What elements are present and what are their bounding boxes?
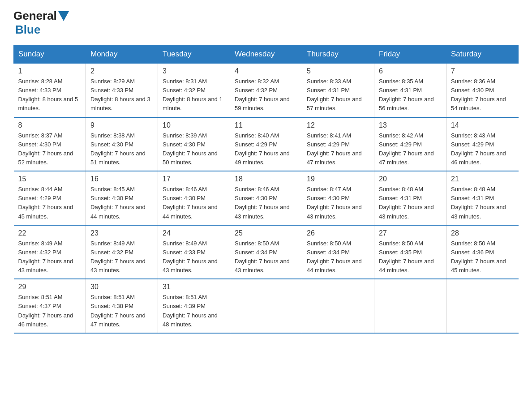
calendar-cell: 3 Sunrise: 8:31 AM Sunset: 4:32 PM Dayli… (158, 64, 230, 117)
day-number: 17 (163, 175, 225, 183)
day-number: 30 (90, 283, 153, 291)
day-info: Sunrise: 8:33 AM Sunset: 4:31 PM Dayligh… (307, 77, 369, 113)
day-number: 20 (379, 175, 442, 183)
logo-triangle-icon (58, 11, 69, 21)
calendar-cell: 1 Sunrise: 8:28 AM Sunset: 4:33 PM Dayli… (14, 64, 86, 117)
calendar-cell: 23 Sunrise: 8:49 AM Sunset: 4:32 PM Dayl… (86, 225, 158, 279)
weekday-header-tuesday: Tuesday (158, 45, 230, 64)
day-number: 22 (18, 229, 82, 237)
calendar-table: SundayMondayTuesdayWednesdayThursdayFrid… (13, 45, 519, 334)
calendar-cell (230, 279, 302, 333)
day-info: Sunrise: 8:47 AM Sunset: 4:30 PM Dayligh… (307, 185, 369, 221)
calendar-cell: 7 Sunrise: 8:36 AM Sunset: 4:30 PM Dayli… (446, 64, 519, 117)
day-info: Sunrise: 8:44 AM Sunset: 4:29 PM Dayligh… (18, 185, 82, 221)
calendar-cell: 26 Sunrise: 8:50 AM Sunset: 4:34 PM Dayl… (302, 225, 374, 279)
day-number: 5 (307, 67, 369, 75)
day-info: Sunrise: 8:46 AM Sunset: 4:30 PM Dayligh… (235, 185, 297, 221)
day-info: Sunrise: 8:48 AM Sunset: 4:31 PM Dayligh… (379, 185, 442, 221)
day-info: Sunrise: 8:40 AM Sunset: 4:29 PM Dayligh… (235, 131, 297, 167)
day-number: 9 (90, 121, 153, 129)
day-number: 10 (163, 121, 225, 129)
day-number: 27 (379, 229, 442, 237)
day-info: Sunrise: 8:38 AM Sunset: 4:30 PM Dayligh… (90, 131, 153, 167)
calendar-cell: 27 Sunrise: 8:50 AM Sunset: 4:35 PM Dayl… (374, 225, 446, 279)
day-number: 24 (163, 229, 225, 237)
calendar-cell: 9 Sunrise: 8:38 AM Sunset: 4:30 PM Dayli… (86, 117, 158, 171)
calendar-cell: 6 Sunrise: 8:35 AM Sunset: 4:31 PM Dayli… (374, 64, 446, 117)
day-number: 28 (451, 229, 514, 237)
calendar-cell: 17 Sunrise: 8:46 AM Sunset: 4:30 PM Dayl… (158, 171, 230, 225)
day-number: 12 (307, 121, 369, 129)
calendar-cell: 22 Sunrise: 8:49 AM Sunset: 4:32 PM Dayl… (14, 225, 86, 279)
weekday-header-wednesday: Wednesday (230, 45, 302, 64)
calendar-cell: 11 Sunrise: 8:40 AM Sunset: 4:29 PM Dayl… (230, 117, 302, 171)
logo-general-text: General (13, 9, 57, 23)
calendar-cell: 29 Sunrise: 8:51 AM Sunset: 4:37 PM Dayl… (14, 279, 86, 333)
day-number: 3 (163, 67, 225, 75)
day-info: Sunrise: 8:49 AM Sunset: 4:33 PM Dayligh… (163, 239, 225, 275)
day-info: Sunrise: 8:50 AM Sunset: 4:36 PM Dayligh… (451, 239, 514, 275)
calendar-cell (446, 279, 519, 333)
day-info: Sunrise: 8:51 AM Sunset: 4:38 PM Dayligh… (90, 293, 153, 329)
calendar-cell: 12 Sunrise: 8:41 AM Sunset: 4:29 PM Dayl… (302, 117, 374, 171)
day-info: Sunrise: 8:39 AM Sunset: 4:30 PM Dayligh… (163, 131, 225, 167)
day-info: Sunrise: 8:49 AM Sunset: 4:32 PM Dayligh… (18, 239, 82, 275)
day-info: Sunrise: 8:46 AM Sunset: 4:30 PM Dayligh… (163, 185, 225, 221)
day-info: Sunrise: 8:42 AM Sunset: 4:29 PM Dayligh… (379, 131, 442, 167)
day-number: 6 (379, 67, 442, 75)
day-info: Sunrise: 8:43 AM Sunset: 4:29 PM Dayligh… (451, 131, 514, 167)
day-number: 7 (451, 67, 514, 75)
calendar-cell (302, 279, 374, 333)
weekday-header-thursday: Thursday (302, 45, 374, 64)
day-number: 11 (235, 121, 297, 129)
calendar-week-row: 1 Sunrise: 8:28 AM Sunset: 4:33 PM Dayli… (14, 64, 519, 117)
day-info: Sunrise: 8:51 AM Sunset: 4:37 PM Dayligh… (18, 293, 82, 329)
weekday-header-row: SundayMondayTuesdayWednesdayThursdayFrid… (14, 45, 519, 64)
calendar-cell: 28 Sunrise: 8:50 AM Sunset: 4:36 PM Dayl… (446, 225, 519, 279)
day-number: 13 (379, 121, 442, 129)
weekday-header-sunday: Sunday (14, 45, 86, 64)
day-info: Sunrise: 8:37 AM Sunset: 4:30 PM Dayligh… (18, 131, 82, 167)
calendar-week-row: 22 Sunrise: 8:49 AM Sunset: 4:32 PM Dayl… (14, 225, 519, 279)
day-number: 2 (90, 67, 153, 75)
day-number: 14 (451, 121, 514, 129)
calendar-cell: 5 Sunrise: 8:33 AM Sunset: 4:31 PM Dayli… (302, 64, 374, 117)
day-number: 21 (451, 175, 514, 183)
calendar-cell: 20 Sunrise: 8:48 AM Sunset: 4:31 PM Dayl… (374, 171, 446, 225)
calendar-cell: 13 Sunrise: 8:42 AM Sunset: 4:29 PM Dayl… (374, 117, 446, 171)
day-number: 18 (235, 175, 297, 183)
weekday-header-friday: Friday (374, 45, 446, 64)
day-number: 8 (18, 121, 82, 129)
day-number: 26 (307, 229, 369, 237)
calendar-cell: 19 Sunrise: 8:47 AM Sunset: 4:30 PM Dayl… (302, 171, 374, 225)
day-number: 29 (18, 283, 82, 291)
day-info: Sunrise: 8:48 AM Sunset: 4:31 PM Dayligh… (451, 185, 514, 221)
day-number: 19 (307, 175, 369, 183)
calendar-cell: 31 Sunrise: 8:51 AM Sunset: 4:39 PM Dayl… (158, 279, 230, 333)
day-info: Sunrise: 8:50 AM Sunset: 4:34 PM Dayligh… (307, 239, 369, 275)
calendar-week-row: 29 Sunrise: 8:51 AM Sunset: 4:37 PM Dayl… (14, 279, 519, 333)
calendar-cell: 8 Sunrise: 8:37 AM Sunset: 4:30 PM Dayli… (14, 117, 86, 171)
day-number: 1 (18, 67, 82, 75)
day-number: 31 (163, 283, 225, 291)
calendar-cell: 4 Sunrise: 8:32 AM Sunset: 4:32 PM Dayli… (230, 64, 302, 117)
day-number: 4 (235, 67, 297, 75)
calendar-week-row: 8 Sunrise: 8:37 AM Sunset: 4:30 PM Dayli… (14, 117, 519, 171)
day-info: Sunrise: 8:50 AM Sunset: 4:34 PM Dayligh… (235, 239, 297, 275)
day-number: 23 (90, 229, 153, 237)
day-info: Sunrise: 8:29 AM Sunset: 4:33 PM Dayligh… (90, 77, 153, 113)
calendar-cell: 30 Sunrise: 8:51 AM Sunset: 4:38 PM Dayl… (86, 279, 158, 333)
calendar-cell: 18 Sunrise: 8:46 AM Sunset: 4:30 PM Dayl… (230, 171, 302, 225)
calendar-week-row: 15 Sunrise: 8:44 AM Sunset: 4:29 PM Dayl… (14, 171, 519, 225)
day-number: 15 (18, 175, 82, 183)
calendar-cell (374, 279, 446, 333)
weekday-header-monday: Monday (86, 45, 158, 64)
day-info: Sunrise: 8:41 AM Sunset: 4:29 PM Dayligh… (307, 131, 369, 167)
day-info: Sunrise: 8:35 AM Sunset: 4:31 PM Dayligh… (379, 77, 442, 113)
day-info: Sunrise: 8:28 AM Sunset: 4:33 PM Dayligh… (18, 77, 82, 113)
day-info: Sunrise: 8:32 AM Sunset: 4:32 PM Dayligh… (235, 77, 297, 113)
calendar-cell: 21 Sunrise: 8:48 AM Sunset: 4:31 PM Dayl… (446, 171, 519, 225)
day-number: 16 (90, 175, 153, 183)
weekday-header-saturday: Saturday (446, 45, 519, 64)
logo: General Blue (13, 9, 70, 37)
